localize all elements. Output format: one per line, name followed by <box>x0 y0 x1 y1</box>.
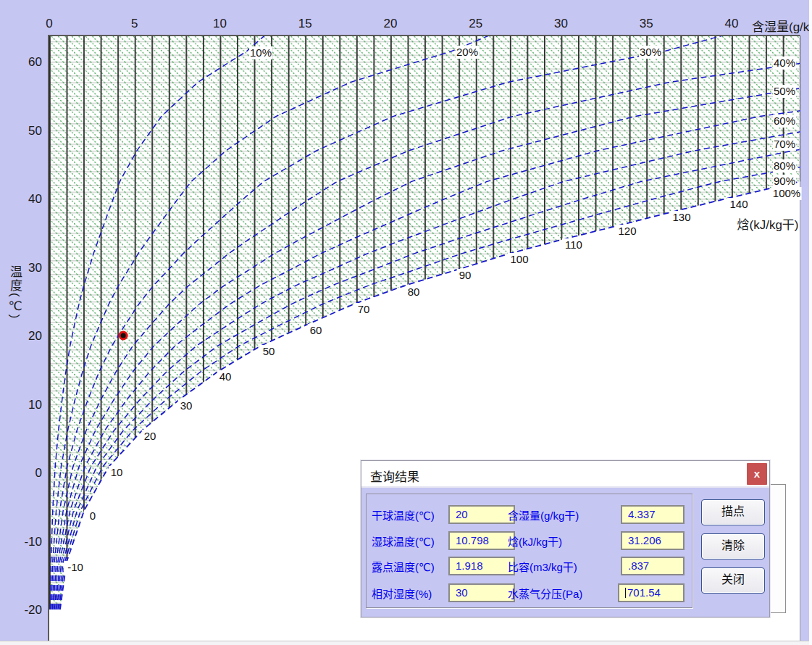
enthalpy-field[interactable]: 31.206 <box>621 531 685 550</box>
dew-point-field[interactable]: 1.918 <box>448 557 515 575</box>
y-tick-label: 40 <box>28 192 42 206</box>
enthalpy-label-130: 130 <box>672 211 690 223</box>
rh-label-10pct: 10% <box>250 46 272 59</box>
enthalpy-axis-title: 焓(kJ/kg干) <box>737 218 799 232</box>
enthalpy-label-100: 100 <box>510 253 528 265</box>
rh-label-50pct: 50% <box>774 85 795 97</box>
enthalpy-label-10: 10 <box>111 466 123 478</box>
enthalpy-label: 焓(kJ/kg干) <box>508 533 562 549</box>
enthalpy-label-30: 30 <box>180 399 193 412</box>
enthalpy-label-50: 50 <box>263 345 275 357</box>
x-tick-label: 35 <box>640 17 653 30</box>
wet-bulb-field[interactable]: 10.798 <box>448 531 515 550</box>
clear-button[interactable]: 清除 <box>701 533 765 559</box>
y-tick-label: -20 <box>24 603 42 617</box>
query-result-dialog: 查询结果 x 干球温度(℃) 20 湿球温度(℃) 10.798 露点温度(℃)… <box>361 460 770 617</box>
enthalpy-label-20: 20 <box>144 430 156 442</box>
right-edge-sliver <box>809 0 812 645</box>
enthalpy-label-40: 40 <box>219 370 232 383</box>
vapor-pressure-label: 水蒸气分压(Pa) <box>508 586 582 601</box>
x-tick-label: 10 <box>213 17 227 30</box>
enthalpy-label-140: 140 <box>729 198 748 210</box>
x-tick-label: 15 <box>298 17 312 30</box>
y-tick-label: 50 <box>28 124 42 138</box>
rel-humidity-label: 相对湿度(%) <box>372 586 432 601</box>
dialog-titlebar[interactable]: 查询结果 <box>361 461 769 488</box>
rh-label-60pct: 60% <box>774 115 795 127</box>
enthalpy-label-90: 90 <box>459 269 472 281</box>
enthalpy-label-0: 0 <box>90 509 96 522</box>
x-tick-label: 5 <box>131 17 138 30</box>
wet-bulb-label: 湿球温度(℃) <box>372 533 435 549</box>
y-axis-title: 温度(℃) <box>6 265 24 320</box>
y-tick-label: -10 <box>24 535 42 549</box>
enthalpy-label-110: 110 <box>565 238 582 251</box>
enthalpy-label-120: 120 <box>618 225 636 237</box>
text-cursor <box>625 588 626 598</box>
y-tick-label: 10 <box>28 398 42 412</box>
rh-label-80pct: 80% <box>774 159 795 172</box>
vapor-pressure-field[interactable]: 701.54 <box>618 583 685 602</box>
y-tick-label: 60 <box>28 55 42 69</box>
x-tick-label: 30 <box>554 17 568 30</box>
moisture-field[interactable]: 4.337 <box>621 505 685 524</box>
y-tick-label: 20 <box>28 329 42 343</box>
specific-volume-label: 比容(m3/kg干) <box>508 559 577 574</box>
rh-label-100pct: 100% <box>773 187 800 199</box>
specific-volume-field[interactable]: .837 <box>621 557 685 575</box>
enthalpy-label-80: 80 <box>408 286 420 298</box>
close-button[interactable]: 关闭 <box>701 567 765 594</box>
rh-label-40pct: 40% <box>774 57 795 69</box>
dry-bulb-label: 干球温度(℃) <box>372 507 435 523</box>
dew-point-label: 露点温度(℃) <box>372 559 435 574</box>
rh-label-20pct: 20% <box>456 46 478 58</box>
x-tick-label: 40 <box>725 17 739 30</box>
y-tick-label: 0 <box>35 466 42 480</box>
app-window: 05101520253035406050403020100-10-2010%20… <box>0 0 812 645</box>
x-tick-label: 0 <box>46 17 52 30</box>
bottom-strip <box>0 641 812 645</box>
enthalpy-label-70: 70 <box>358 303 370 315</box>
rh-label-90pct: 90% <box>774 175 795 187</box>
y-tick-label: 30 <box>28 261 42 275</box>
rh-label-30pct: 30% <box>640 46 661 58</box>
rel-humidity-field[interactable]: 30 <box>448 583 515 602</box>
x-axis-title: 含湿量(g/kg干) <box>752 17 812 35</box>
enthalpy-label-60: 60 <box>310 324 322 336</box>
x-tick-label: 20 <box>384 17 398 30</box>
x-tick-label: 25 <box>469 17 482 30</box>
dialog-title: 查询结果 <box>370 467 419 485</box>
query-point-marker <box>119 331 128 341</box>
enthalpy-label--10: -10 <box>67 561 83 573</box>
moisture-label: 含湿量(g/kg干) <box>508 507 579 523</box>
dry-bulb-field[interactable]: 20 <box>448 505 515 524</box>
close-icon[interactable]: x <box>747 463 767 485</box>
plot-point-button[interactable]: 描点 <box>701 499 765 525</box>
rh-label-70pct: 70% <box>774 138 795 150</box>
